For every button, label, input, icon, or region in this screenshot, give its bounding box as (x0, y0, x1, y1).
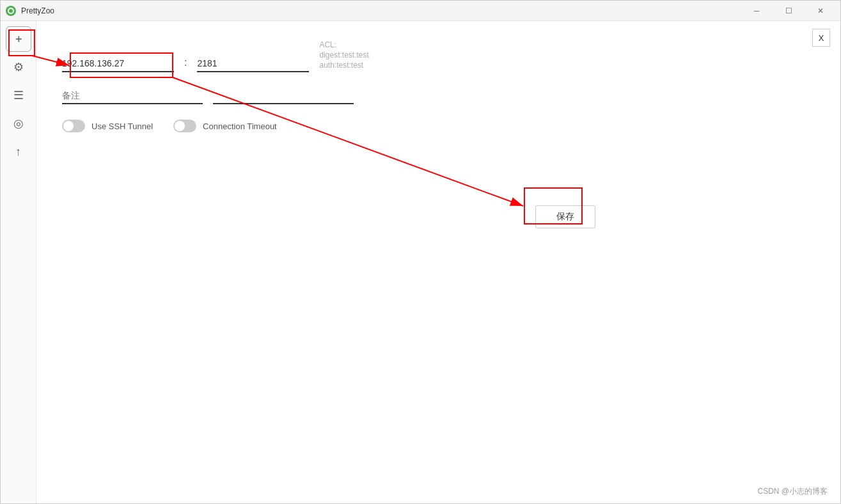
acl-input-field (213, 88, 354, 104)
port-field (197, 56, 309, 72)
main-area: ＋ ⚙ ☰ ◎ ↑ X : (1, 21, 840, 503)
sidebar-item-settings[interactable]: ⚙ (6, 54, 31, 80)
host-field (62, 56, 174, 72)
content-area: X : ACL: digest:test:test auth:test:tes (36, 21, 840, 503)
ssh-tunnel-knob (63, 121, 74, 131)
title-bar-controls: ─ ☐ ✕ (742, 1, 835, 21)
ssh-tunnel-toggle-item[interactable]: Use SSH Tunnel (62, 120, 153, 132)
connection-timeout-knob (175, 121, 185, 131)
sidebar-item-upload[interactable]: ↑ (6, 139, 31, 164)
title-bar: PrettyZoo ─ ☐ ✕ (1, 1, 840, 21)
colon-separator: : (184, 57, 187, 72)
app-icon-inner (8, 8, 14, 14)
note-field (62, 88, 203, 104)
toggles-row: Use SSH Tunnel Connection Timeout (62, 120, 638, 132)
close-button[interactable]: ✕ (806, 1, 835, 21)
note-input[interactable] (62, 88, 203, 104)
maximize-button[interactable]: ☐ (774, 1, 803, 21)
connection-timeout-toggle[interactable] (173, 120, 196, 132)
note-acl-row (62, 88, 638, 104)
app-title: PrettyZoo (21, 6, 54, 15)
title-bar-left: PrettyZoo (6, 6, 54, 16)
sidebar: ＋ ⚙ ☰ ◎ ↑ (1, 21, 36, 503)
port-input[interactable] (197, 56, 309, 72)
save-btn-container: 保存 (535, 205, 595, 228)
sidebar-item-add[interactable]: ＋ (6, 26, 31, 52)
connection-timeout-toggle-item[interactable]: Connection Timeout (173, 120, 277, 132)
ssh-tunnel-label: Use SSH Tunnel (91, 122, 153, 131)
ssh-tunnel-toggle[interactable] (62, 120, 85, 132)
form-area: : ACL: digest:test:test auth:test:test (62, 34, 638, 132)
app-icon (6, 6, 16, 16)
acl-input[interactable] (213, 88, 354, 104)
acl-line1: digest:test:test (319, 51, 368, 59)
connection-timeout-label: Connection Timeout (203, 122, 277, 131)
minimize-button[interactable]: ─ (742, 1, 771, 21)
acl-label: ACL: (319, 40, 368, 49)
app-window: PrettyZoo ─ ☐ ✕ ＋ ⚙ ☰ ◎ ↑ X (0, 0, 841, 504)
acl-line2: auth:test:test (319, 61, 368, 70)
acl-section: ACL: digest:test:test auth:test:test (319, 40, 368, 72)
sidebar-item-info[interactable]: ◎ (6, 111, 31, 136)
footer: CSDN @小志的博客 (757, 486, 828, 497)
save-button[interactable]: 保存 (535, 205, 595, 228)
host-input[interactable] (62, 56, 174, 72)
host-port-row: : ACL: digest:test:test auth:test:test (62, 40, 638, 72)
sidebar-item-logs[interactable]: ☰ (6, 83, 31, 108)
close-x-button[interactable]: X (812, 29, 830, 47)
footer-text: CSDN @小志的博客 (757, 487, 828, 496)
